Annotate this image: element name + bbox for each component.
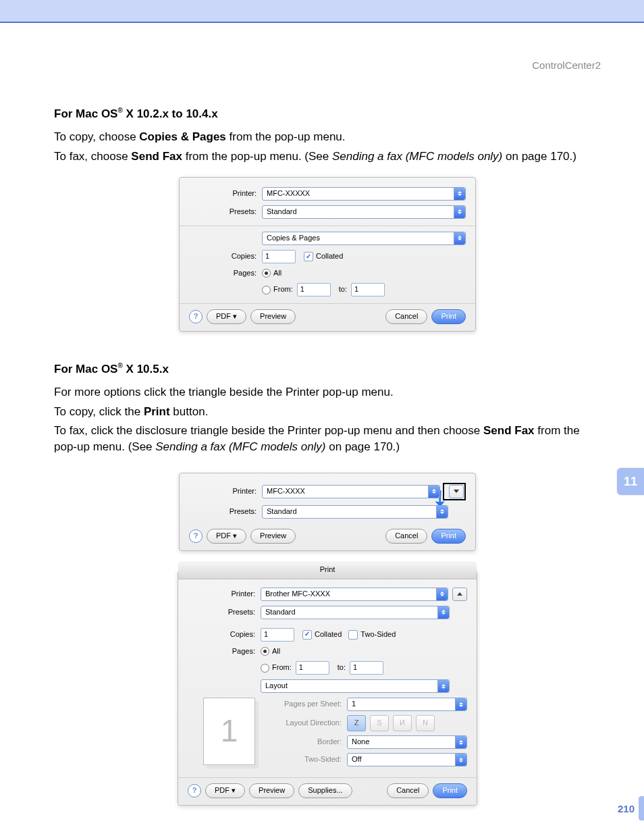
section1-heading: For Mac OS® X 10.2.x to 10.4.x xyxy=(54,106,601,122)
layout-menu[interactable]: Layout xyxy=(261,679,450,693)
two-sided-select[interactable]: Off xyxy=(347,753,467,766)
section1-para2: To fax, choose Send Fax from the pop-up … xyxy=(54,149,601,165)
layout-dir-2[interactable]: S xyxy=(370,715,389,731)
layout-dir-3[interactable]: И xyxy=(393,715,412,731)
chapter-tab: 11 xyxy=(617,468,644,495)
print-dialog-10-5-expanded: Print Printer: Brother MFC-XXXX Presets:… xyxy=(178,570,477,806)
preview-button[interactable]: Preview xyxy=(250,529,296,544)
printer-label: Printer: xyxy=(189,188,262,199)
section2-para1: For more options click the triangle besi… xyxy=(54,384,601,400)
section2-heading: For Mac OS® X 10.5.x xyxy=(54,361,601,377)
layout-direction-label: Layout Direction: xyxy=(267,718,347,729)
copies-input[interactable]: 1 xyxy=(261,628,294,642)
presets-select[interactable]: Standard xyxy=(262,205,466,219)
printer-label: Printer: xyxy=(188,589,261,600)
collated-checkbox[interactable] xyxy=(302,630,312,640)
collated-label: Collated xyxy=(316,251,343,262)
pages-per-sheet-select[interactable]: 1 xyxy=(347,698,467,711)
preview-button[interactable]: Preview xyxy=(249,783,294,798)
pages-all-radio[interactable] xyxy=(261,647,269,656)
presets-label: Presets: xyxy=(189,207,262,217)
pages-label: Pages: xyxy=(188,646,261,657)
pages-from-input[interactable]: 1 xyxy=(296,661,329,675)
pages-per-sheet-label: Pages per Sheet: xyxy=(267,699,347,710)
pdf-button[interactable]: PDF ▾ xyxy=(207,309,246,324)
page-number: 210 xyxy=(618,796,644,820)
print-dialog-10-5-collapsed: ➘ Printer: MFC-XXXX Presets: Standard ? … xyxy=(179,473,476,551)
pages-range-radio[interactable] xyxy=(261,664,269,673)
window-title: Print xyxy=(178,561,477,579)
copies-label: Copies: xyxy=(189,251,262,262)
printer-select[interactable]: MFC-XXXX xyxy=(262,485,440,498)
copies-label: Copies: xyxy=(188,629,261,640)
cancel-button[interactable]: Cancel xyxy=(387,783,429,798)
section2-para3: To fax, click the disclosure triangle be… xyxy=(54,423,601,455)
print-button[interactable]: Print xyxy=(433,783,467,798)
presets-label: Presets: xyxy=(189,506,262,517)
printer-label: Printer: xyxy=(189,486,262,497)
options-menu[interactable]: Copies & Pages xyxy=(262,232,466,245)
pdf-button[interactable]: PDF ▾ xyxy=(207,529,246,544)
two-sided-checkbox[interactable] xyxy=(348,630,358,640)
pdf-button[interactable]: PDF ▾ xyxy=(205,783,245,798)
layout-dir-4[interactable]: N xyxy=(416,715,435,731)
layout-dir-1[interactable]: Z xyxy=(347,715,366,731)
pages-to-input[interactable]: 1 xyxy=(351,283,385,296)
top-band xyxy=(0,0,644,23)
pages-all-radio[interactable] xyxy=(262,269,271,278)
help-button[interactable]: ? xyxy=(189,529,203,543)
disclosure-up-button[interactable] xyxy=(452,588,467,601)
print-dialog-10-2: Printer: MFC-XXXXX Presets: Standard Cop… xyxy=(179,177,476,332)
copies-input[interactable]: 1 xyxy=(262,250,296,263)
section1-para1: To copy, choose Copies & Pages from the … xyxy=(54,129,601,145)
header-section-label: ControlCenter2 xyxy=(54,58,601,72)
print-button[interactable]: Print xyxy=(431,309,466,324)
help-button[interactable]: ? xyxy=(188,784,201,798)
pages-from-input[interactable]: 1 xyxy=(297,283,331,296)
printer-select[interactable]: Brother MFC-XXXX xyxy=(261,588,448,601)
preview-button[interactable]: Preview xyxy=(250,309,296,324)
border-label: Border: xyxy=(267,737,347,748)
collated-checkbox[interactable] xyxy=(304,252,313,261)
border-select[interactable]: None xyxy=(347,735,467,749)
pages-label: Pages: xyxy=(189,268,262,279)
presets-select[interactable]: Standard xyxy=(261,606,450,619)
pages-to-input[interactable]: 1 xyxy=(350,661,383,675)
two-sided-label: Two-Sided: xyxy=(267,754,347,765)
cancel-button[interactable]: Cancel xyxy=(385,529,427,544)
cancel-button[interactable]: Cancel xyxy=(385,309,427,324)
presets-select[interactable]: Standard xyxy=(262,505,448,519)
pages-range-radio[interactable] xyxy=(262,286,271,294)
supplies-button[interactable]: Supplies... xyxy=(298,783,352,798)
layout-preview-thumb: 1 xyxy=(203,698,255,765)
printer-select[interactable]: MFC-XXXXX xyxy=(262,187,466,201)
presets-label: Presets: xyxy=(188,607,261,618)
help-button[interactable]: ? xyxy=(189,310,203,323)
section2-para2: To copy, click the Print button. xyxy=(54,404,601,420)
print-button[interactable]: Print xyxy=(431,529,466,544)
